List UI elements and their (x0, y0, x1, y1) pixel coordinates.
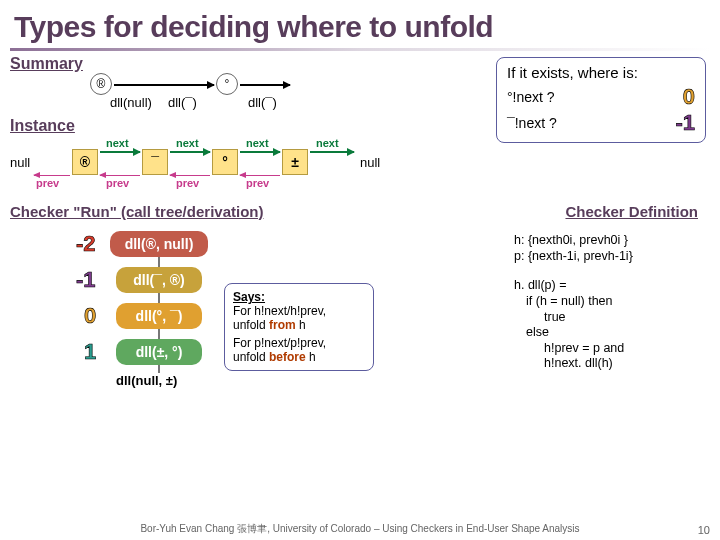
def-l3: true (514, 310, 704, 326)
callout-q2: ¯!next ? (507, 115, 557, 131)
callout-a1: 0 (683, 84, 695, 110)
summary-node-o: ° (216, 73, 238, 95)
next-lbl-3: next (246, 137, 269, 149)
says-l1c: from (269, 318, 296, 332)
says-title: Says: (233, 290, 365, 304)
num-n2: -2 (76, 231, 96, 257)
vdash-3 (158, 329, 160, 339)
num-n0: 0 (84, 303, 96, 329)
num-n1: -1 (76, 267, 96, 293)
says-l1b: unfold (233, 318, 269, 332)
prev-lbl-1: prev (106, 177, 129, 189)
summary-seg3: dll(¯) (248, 95, 277, 110)
def-block: h: {nexth0i, prevh0i } p: {nexth-1i, pre… (514, 233, 704, 372)
vdash-2 (158, 293, 160, 303)
instance-box-2: ¯ (142, 149, 168, 175)
says-l2b: unfold (233, 350, 269, 364)
def-p: p: {nexth-1i, prevh-1i} (514, 249, 704, 265)
prev-arrow-2 (170, 175, 210, 176)
next-lbl-1: next (106, 137, 129, 149)
summary-seg2: dll(¯) (168, 95, 197, 110)
definition-label: Checker Definition (565, 203, 698, 220)
summary-arrow (114, 84, 214, 86)
summary-node-r: ® (90, 73, 112, 95)
says-l1d: h (296, 318, 306, 332)
instance-box-4: ± (282, 149, 308, 175)
prev-lbl-3: prev (246, 177, 269, 189)
says-box: Says: For h!next/h!prev, unfold from h F… (224, 283, 374, 371)
vdash-1 (158, 257, 160, 267)
footer: Bor-Yuh Evan Chang 張博聿, University of Co… (0, 522, 720, 536)
prev-lbl-2: prev (176, 177, 199, 189)
title-underline (10, 48, 710, 51)
says-l2-wrap: unfold before h (233, 350, 365, 364)
says-l1-wrap: unfold from h (233, 318, 365, 332)
instance-null-l: null (10, 155, 30, 170)
def-l6: h!next. dll(h) (514, 356, 704, 372)
prev-arrow-3 (240, 175, 280, 176)
callout-a2: -1 (675, 110, 695, 136)
next-arrow-1 (100, 151, 140, 153)
runbox-2: dll(¯, ®) (116, 267, 202, 293)
runbox-5: dll(null, ±) (116, 373, 177, 388)
next-arrow-3 (240, 151, 280, 153)
callout-box: If it exists, where is: °!next ? 0 ¯!nex… (496, 57, 706, 143)
runbox-4: dll(±, °) (116, 339, 202, 365)
def-l2: if (h = null) then (514, 294, 704, 310)
vdash-4 (158, 365, 160, 373)
instance-null-r: null (360, 155, 380, 170)
prev-lbl-0: prev (36, 177, 59, 189)
next-lbl-4: next (316, 137, 339, 149)
instance-label: Instance (10, 117, 75, 135)
instance-box-3: ° (212, 149, 238, 175)
runbox-3: dll(°, ¯) (116, 303, 202, 329)
says-l1a: For h!next/h!prev, (233, 304, 365, 318)
stage: Summary ® ° dll(null) dll(¯) dll(¯) Inst… (10, 55, 710, 485)
num-np1: 1 (84, 339, 96, 365)
next-lbl-2: next (176, 137, 199, 149)
def-l1: h. dll(p) = (514, 278, 704, 294)
runbox-1: dll(®, null) (110, 231, 208, 257)
summary-label: Summary (10, 55, 83, 73)
summary-arrow-2 (240, 84, 290, 86)
slide-title: Types for deciding where to unfold (0, 0, 720, 46)
def-l5: h!prev = p and (514, 341, 704, 357)
run-label: Checker "Run" (call tree/derivation) (10, 203, 263, 220)
def-l4: else (514, 325, 704, 341)
instance-box-1: ® (72, 149, 98, 175)
says-l2d: h (306, 350, 316, 364)
next-arrow-4 (310, 151, 354, 153)
next-arrow-2 (170, 151, 210, 153)
prev-arrow-0 (34, 175, 70, 176)
callout-q1: °!next ? (507, 89, 555, 105)
prev-arrow-1 (100, 175, 140, 176)
def-h: h: {nexth0i, prevh0i } (514, 233, 704, 249)
summary-seg1: dll(null) (110, 95, 152, 110)
says-l2a: For p!next/p!prev, (233, 336, 365, 350)
says-l2c: before (269, 350, 306, 364)
callout-header: If it exists, where is: (507, 64, 695, 81)
page-number: 10 (698, 524, 710, 536)
